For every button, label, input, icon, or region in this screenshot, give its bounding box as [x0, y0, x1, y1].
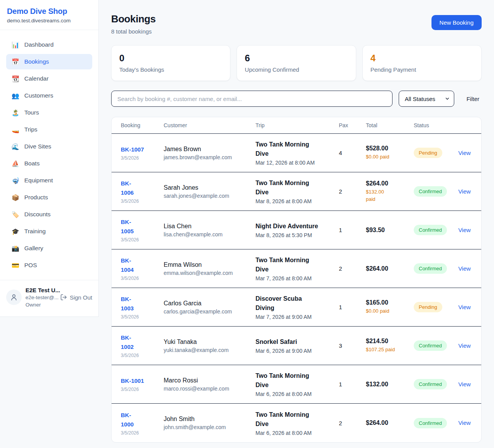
- pax-count: 4: [339, 150, 366, 156]
- bar-chart-icon: 📊: [12, 41, 19, 49]
- total-amount: $264.00: [366, 419, 414, 426]
- booking-date: 3/5/2026: [121, 237, 164, 243]
- trip-name: Two Tank Morning Dive: [255, 410, 319, 429]
- stat-card-pending-payment: 4 Pending Payment: [362, 45, 482, 81]
- calendar-icon: 📆: [12, 75, 19, 83]
- table-row: BK-1000 3/5/2026 John Smith john.smith@e…: [112, 404, 481, 442]
- view-link[interactable]: View: [458, 188, 470, 195]
- sidebar-item-tours[interactable]: 🏝️ Tours: [6, 105, 92, 120]
- view-link[interactable]: View: [458, 419, 470, 426]
- shop-name: Demo Dive Shop: [7, 7, 91, 16]
- package-icon: 📦: [12, 194, 19, 201]
- booking-code-link[interactable]: BK-1002: [121, 333, 134, 352]
- status-cell: Confirmed: [414, 263, 457, 274]
- trip-cell: Night Dive Adventure Mar 8, 2026 at 5:30…: [255, 222, 339, 238]
- booking-code-link[interactable]: BK-1001: [121, 376, 144, 386]
- new-booking-button[interactable]: New Booking: [431, 15, 482, 30]
- sidebar-item-calendar[interactable]: 📆 Calendar: [6, 71, 92, 86]
- customer-cell: Emma Wilson emma.wilson@example.com: [164, 261, 255, 276]
- user-email: e2e-tester@...: [25, 294, 56, 301]
- trip-datetime: Mar 12, 2026 at 8:00 AM: [255, 160, 339, 166]
- sign-out-button[interactable]: Sign Out: [60, 294, 92, 301]
- booking-cell: BK-1007 3/5/2026: [121, 145, 164, 161]
- view-cell: View: [457, 304, 472, 311]
- sidebar-item-boats[interactable]: ⛵ Boats: [6, 156, 92, 171]
- view-cell: View: [457, 419, 472, 426]
- trip-name: Two Tank Morning Dive: [255, 179, 319, 197]
- booking-date: 3/5/2026: [121, 314, 164, 320]
- column-header-trip: Trip: [255, 122, 339, 128]
- total-amount: $214.50: [366, 338, 414, 345]
- trip-datetime: Mar 8, 2026 at 5:30 PM: [255, 232, 339, 238]
- stats-row: 0 Today's Bookings 6 Upcoming Confirmed …: [111, 45, 482, 81]
- sidebar-item-discounts[interactable]: 🏷️ Discounts: [6, 207, 92, 222]
- sidebar-item-bookings[interactable]: 📅 Bookings: [6, 54, 92, 69]
- main-content: Bookings 8 total bookings New Booking 0 …: [99, 0, 494, 448]
- customer-email: sarah.jones@example.com: [164, 193, 255, 199]
- sidebar-item-dashboard[interactable]: 📊 Dashboard: [6, 37, 92, 52]
- view-link[interactable]: View: [458, 381, 470, 387]
- stat-card-upcoming-confirmed: 6 Upcoming Confirmed: [237, 45, 356, 81]
- status-badge: Pending: [414, 302, 442, 312]
- booking-code-link[interactable]: BK-1003: [121, 295, 134, 313]
- view-cell: View: [457, 188, 472, 195]
- customer-cell: John Smith john.smith@example.com: [164, 416, 255, 430]
- booking-code-link[interactable]: BK-1005: [121, 217, 134, 236]
- trip-cell: Two Tank Morning Dive Mar 7, 2026 at 8:0…: [255, 256, 339, 281]
- view-link[interactable]: View: [458, 150, 470, 156]
- status-select-wrap: All Statuses: [399, 91, 454, 107]
- stat-value: 0: [119, 53, 222, 64]
- view-link[interactable]: View: [458, 265, 470, 272]
- booking-code-link[interactable]: BK-1004: [121, 256, 134, 275]
- sidebar-item-dive-sites[interactable]: 🌊 Dive Sites: [6, 139, 92, 154]
- sidebar-item-gallery[interactable]: 📸 Gallery: [6, 241, 92, 256]
- table-row: BK-1002 3/5/2026 Yuki Tanaka yuki.tanaka…: [112, 327, 481, 365]
- booking-code-link[interactable]: BK-1000: [121, 411, 134, 429]
- total-cell: $264.00 $132.00paid: [366, 180, 414, 203]
- customer-name: Lisa Chen: [164, 223, 255, 230]
- booking-code-link[interactable]: BK-1006: [121, 179, 134, 197]
- sidebar-nav: 📊 Dashboard 📅 Bookings 📆 Calendar 👥 Cust…: [0, 30, 98, 280]
- trip-cell: Two Tank Morning Dive Mar 8, 2026 at 8:0…: [255, 179, 339, 204]
- status-badge: Confirmed: [414, 379, 447, 389]
- view-link[interactable]: View: [458, 304, 470, 310]
- customer-name: Marco Rossi: [164, 377, 255, 384]
- sign-out-label: Sign Out: [70, 294, 92, 301]
- customer-cell: Sarah Jones sarah.jones@example.com: [164, 184, 255, 199]
- booking-date: 3/5/2026: [121, 430, 164, 436]
- trip-datetime: Mar 7, 2026 at 9:00 AM: [255, 314, 339, 320]
- table-row: BK-1005 3/5/2026 Lisa Chen lisa.chen@exa…: [112, 211, 481, 249]
- total-cell: $165.00 $0.00 paid: [366, 299, 414, 315]
- booking-date: 3/5/2026: [121, 199, 164, 204]
- logout-icon: [60, 294, 67, 301]
- pax-count: 1: [339, 304, 366, 310]
- trip-name: Snorkel Safari: [255, 337, 319, 347]
- booking-cell: BK-1002 3/5/2026: [121, 333, 164, 358]
- total-cell: $214.50 $107.25 paid: [366, 338, 414, 354]
- view-cell: View: [457, 150, 472, 157]
- paid-amount: $132.00paid: [366, 189, 404, 203]
- sidebar-item-equipment[interactable]: 🤿 Equipment: [6, 173, 92, 188]
- sidebar-item-pos[interactable]: 💳 POS: [6, 258, 92, 273]
- total-cell: $93.50: [366, 227, 414, 234]
- wave-icon: 🌊: [12, 143, 19, 150]
- search-input[interactable]: [111, 91, 392, 107]
- sidebar-item-trips[interactable]: 🚤 Trips: [6, 122, 92, 137]
- total-cell: $132.00: [366, 381, 414, 388]
- view-link[interactable]: View: [458, 342, 470, 349]
- total-amount: $264.00: [366, 265, 414, 272]
- booking-code-link[interactable]: BK-1007: [121, 145, 144, 154]
- booking-cell: BK-1005 3/5/2026: [121, 217, 164, 243]
- calendar-date-icon: 📅: [12, 58, 19, 66]
- sidebar-item-customers[interactable]: 👥 Customers: [6, 88, 92, 103]
- booking-date: 3/5/2026: [121, 155, 164, 161]
- sidebar-item-training[interactable]: 🎓 Training: [6, 224, 92, 239]
- view-link[interactable]: View: [458, 227, 470, 233]
- trip-datetime: Mar 6, 2026 at 8:00 AM: [255, 430, 339, 436]
- sidebar-item-products[interactable]: 📦 Products: [6, 190, 92, 205]
- booking-cell: BK-1006 3/5/2026: [121, 179, 164, 204]
- table-row: BK-1007 3/5/2026 James Brown james.brown…: [112, 134, 481, 172]
- filter-button[interactable]: Filter: [464, 96, 482, 102]
- status-select[interactable]: All Statuses: [399, 91, 454, 107]
- total-amount: $528.00: [366, 145, 414, 152]
